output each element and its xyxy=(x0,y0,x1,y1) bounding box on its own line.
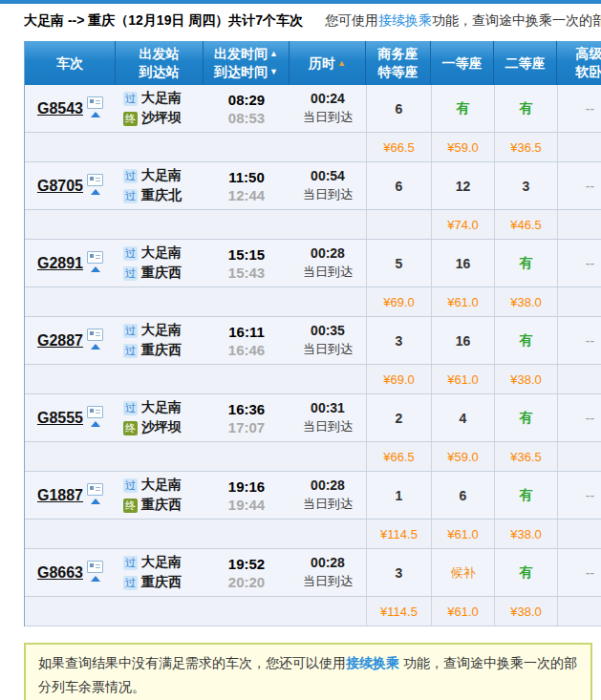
price-cell xyxy=(557,287,601,316)
stations-cell: 过大足南终重庆西 xyxy=(116,472,204,519)
arrival-station: 终重庆西 xyxy=(123,497,182,514)
collapse-arrow-icon[interactable] xyxy=(91,498,100,504)
collapse-arrow-icon[interactable] xyxy=(91,266,100,272)
seat-value: 有 xyxy=(520,255,533,272)
footer-transfer-link[interactable]: 接续换乘 xyxy=(346,655,399,670)
train-number-link[interactable]: G8543 xyxy=(37,100,83,117)
seat-availability-cell: 有 xyxy=(494,549,557,596)
price-row-spacer xyxy=(25,520,366,548)
stations-cell: 过大足南过重庆西 xyxy=(116,240,204,286)
seat-availability-cell: -- xyxy=(557,240,601,286)
ticket-card-icon[interactable] xyxy=(87,406,103,418)
seat-availability-cell: 有 xyxy=(494,85,557,132)
seat-value: 有 xyxy=(520,564,533,582)
train-number-link[interactable]: G1887 xyxy=(37,487,83,504)
train-cell: G8543 xyxy=(25,85,116,132)
sort-duration-asc-icon[interactable]: ▲ xyxy=(337,54,346,73)
seat-availability-cell: 6 xyxy=(366,85,431,132)
collapse-arrow-icon[interactable] xyxy=(91,112,100,117)
train-info-row: G8705过大足南过重庆北11:5012:4400:54当日到达6123-- xyxy=(25,162,601,210)
ticket-card-icon[interactable] xyxy=(87,251,103,264)
ticket-card-icon[interactable] xyxy=(87,561,103,573)
seat-value: 候补 xyxy=(451,564,476,582)
seat-availability-cell: 3 xyxy=(494,162,557,209)
departure-time: 08:29 xyxy=(228,92,265,108)
footer-line1-pre: 如果查询结果中没有满足需求的车次，您还可以使用 xyxy=(38,655,346,670)
station-name: 重庆西 xyxy=(141,497,182,514)
header-duration: 历时▲ xyxy=(290,41,366,85)
train-number-link[interactable]: G2891 xyxy=(37,255,83,272)
train-info-row: G8663过大足南过重庆西19:5220:2000:28当日到达3候补有-- xyxy=(25,549,601,597)
table-header: 车次 出发站 到达站 出发时间▲ 到达时间▼ 历时▲ 商务座 特等座 一等座 二… xyxy=(25,41,601,85)
arrive-note: 当日到达 xyxy=(303,264,353,281)
pass-station-badge: 过 xyxy=(123,189,138,203)
stations-cell: 过大足南过重庆西 xyxy=(116,317,204,364)
pass-station-badge: 过 xyxy=(123,169,138,183)
train-cell: G2891 xyxy=(25,240,116,286)
station-name: 大足南 xyxy=(141,167,182,184)
seat-availability-cell: 6 xyxy=(431,472,494,519)
pass-station-badge: 过 xyxy=(123,266,138,281)
train-price-row: ¥74.0¥46.5 xyxy=(25,210,601,240)
seat-value: 12 xyxy=(456,179,471,194)
train-number-link[interactable]: G8663 xyxy=(37,564,83,582)
train-number-link[interactable]: G8705 xyxy=(37,178,83,195)
arrival-time: 16:46 xyxy=(228,342,265,358)
train-price-row: ¥69.0¥61.0¥38.0 xyxy=(25,287,601,317)
collapse-arrow-icon[interactable] xyxy=(91,189,100,195)
seat-value: 5 xyxy=(396,256,403,271)
seat-value: 16 xyxy=(456,333,471,349)
ticket-card-icon[interactable] xyxy=(87,483,103,496)
price-value: ¥59.0 xyxy=(447,450,479,464)
pass-station-badge: 过 xyxy=(123,344,138,358)
departure-station: 过大足南 xyxy=(123,244,182,262)
collapse-arrow-icon[interactable] xyxy=(91,421,100,427)
price-row-spacer xyxy=(25,210,366,239)
duration-cell: 00:24当日到达 xyxy=(290,85,366,132)
station-name: 大足南 xyxy=(141,244,182,262)
train-info-row: G8555过大足南终沙坪坝16:3617:0700:31当日到达24有-- xyxy=(25,394,601,442)
price-value: ¥46.5 xyxy=(510,218,542,232)
price-value: ¥36.5 xyxy=(510,140,542,155)
station-name: 重庆西 xyxy=(141,574,182,591)
arrival-time: 17:07 xyxy=(228,419,265,435)
train-number-link[interactable]: G8555 xyxy=(37,410,83,427)
seat-value: 6 xyxy=(460,488,467,503)
times-cell: 16:1116:46 xyxy=(204,317,290,364)
seat-availability-cell: 16 xyxy=(431,317,494,364)
train-price-row: ¥69.0¥61.0¥38.0 xyxy=(25,365,601,394)
result-summary: 大足南 --> 重庆（12月19日 周四）共计7个车次 您可使用接续换乘功能，查… xyxy=(24,11,601,32)
sort-arrive-desc-icon[interactable]: ▼ xyxy=(269,63,278,81)
price-cell: ¥61.0 xyxy=(431,287,494,316)
ticket-card-icon[interactable] xyxy=(87,174,103,186)
header-train-number: 车次 xyxy=(25,41,116,85)
price-value: ¥66.5 xyxy=(383,140,415,155)
price-cell: ¥74.0 xyxy=(431,210,494,239)
ticket-card-icon[interactable] xyxy=(87,329,103,341)
station-name: 大足南 xyxy=(141,477,182,494)
arrival-station: 过重庆西 xyxy=(123,574,182,591)
collapse-arrow-icon[interactable] xyxy=(91,576,100,582)
arrive-note: 当日到达 xyxy=(303,496,353,513)
train-cell: G8663 xyxy=(25,549,116,596)
price-cell xyxy=(366,210,431,239)
train-number-link[interactable]: G2887 xyxy=(37,332,83,350)
sort-depart-asc-icon[interactable]: ▲ xyxy=(269,45,278,63)
price-cell: ¥114.5 xyxy=(366,597,431,626)
collapse-arrow-icon[interactable] xyxy=(91,344,100,350)
seat-availability-cell: 6 xyxy=(366,162,431,209)
ticket-card-icon[interactable] xyxy=(87,96,103,109)
seat-availability-cell: -- xyxy=(557,162,601,209)
arrival-station: 过重庆西 xyxy=(123,265,182,282)
duration-value: 00:35 xyxy=(311,323,345,338)
seat-availability-cell: 有 xyxy=(431,85,494,132)
train-cell: G2887 xyxy=(25,317,116,364)
transfer-tip: 您可使用接续换乘功能，查询途中换乘一次的部分列车余 xyxy=(325,12,601,30)
seat-value: 有 xyxy=(520,332,533,350)
price-cell: ¥36.5 xyxy=(494,442,557,471)
duration-value: 00:28 xyxy=(311,245,345,261)
transfer-link[interactable]: 接续换乘 xyxy=(378,12,432,28)
arrival-time: 20:20 xyxy=(228,574,265,590)
price-cell xyxy=(557,210,601,239)
header-business-seat: 商务座 特等座 xyxy=(366,41,431,85)
